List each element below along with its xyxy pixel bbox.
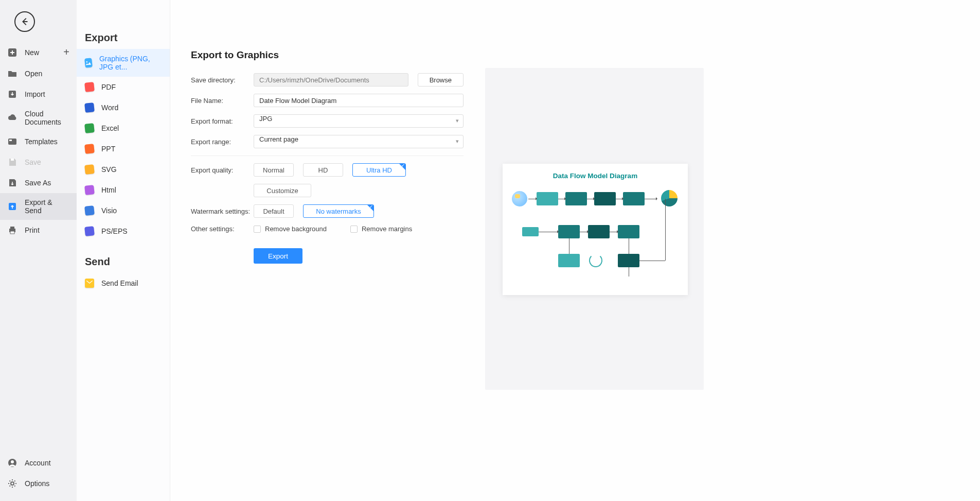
print-icon [7,225,17,235]
diagram-node [618,225,639,238]
rail-label: Export & Send [25,198,69,215]
rail-item-options[interactable]: Options [0,473,77,494]
rail-item-account[interactable]: Account [0,453,77,473]
preview-diagram [512,187,679,285]
svg-rect-15 [9,140,12,141]
back-button[interactable] [14,11,35,32]
remove-background-checkbox[interactable]: Remove background [254,225,327,233]
format-label: Word [101,103,118,112]
rail-items: New + Open Import Cloud Documents Templa… [0,41,77,453]
row-file-name: File Name: [191,94,464,107]
format-item-word[interactable]: Word [77,97,170,118]
export-format-column: Export Graphics (PNG, JPG et... PDF Word… [77,0,170,501]
html-icon [84,185,95,195]
rail-label: Save As [25,179,51,187]
rail-item-new[interactable]: New + [0,41,77,63]
svg-rect-19 [10,227,14,229]
plus-square-icon [7,47,17,58]
label-quality: Export quality: [191,166,254,174]
export-button[interactable]: Export [254,248,302,264]
format-item-pdf[interactable]: PDF [77,77,170,97]
watermark-default[interactable]: Default [254,204,294,218]
rail-label: Save [25,158,41,166]
rail-label: Open [25,70,42,78]
email-icon [85,279,94,288]
form-divider [191,156,464,156]
send-label: Send Email [101,279,138,287]
folder-icon [7,68,17,79]
remove-margins-checkbox[interactable]: Remove margins [350,225,412,233]
pdf-icon [84,82,95,92]
svg-icon [84,164,95,175]
format-select[interactable]: JPG [254,114,464,128]
preview-title: Data Flow Model Diagram [512,172,679,180]
svg-rect-24 [85,60,92,66]
format-item-visio[interactable]: Visio [77,200,170,221]
form-title: Export to Graphics [191,49,464,61]
ppt-icon [84,144,95,154]
quality-hd[interactable]: HD [303,163,343,177]
format-item-ps[interactable]: PS/EPS [77,221,170,241]
send-heading: Send [77,256,170,273]
rail-item-saveas[interactable]: Save As [0,172,77,193]
format-label: PDF [101,83,116,91]
rail-item-import[interactable]: Import [0,84,77,105]
account-icon [7,458,17,468]
cloud-icon [7,113,17,123]
label-format: Export format: [191,117,254,125]
watermark-none[interactable]: No watermarks [303,204,374,218]
save-directory-input[interactable] [254,73,408,87]
diagram-node [565,192,587,205]
rail-item-save: Save [0,152,77,172]
excel-icon [84,123,95,133]
diagram-node [522,227,539,236]
row-customize: Customize [191,184,464,197]
rail-item-cloud[interactable]: Cloud Documents [0,105,77,131]
label-other: Other settings: [191,225,254,233]
rail-bottom: Account Options [0,453,77,501]
format-label: PPT [101,145,115,153]
row-format: Export format: JPG [191,114,464,128]
visio-icon [84,205,95,216]
format-item-ppt[interactable]: PPT [77,139,170,159]
file-name-input[interactable] [254,94,464,107]
rail-item-export[interactable]: Export & Send [0,193,77,220]
rail-label: Import [25,90,45,98]
quality-normal[interactable]: Normal [254,163,294,177]
svg-point-23 [11,482,14,485]
format-item-html[interactable]: Html [77,180,170,200]
format-list: Graphics (PNG, JPG et... PDF Word Excel … [77,49,170,241]
pie-chart-icon [661,190,678,206]
word-icon [84,102,95,113]
format-item-svg[interactable]: SVG [77,159,170,180]
quality-customize[interactable]: Customize [254,184,311,197]
diagram-node [558,225,580,238]
browse-button[interactable]: Browse [418,73,464,87]
label-watermark: Watermark settings: [191,208,254,215]
ps-icon [84,226,95,236]
send-item-email[interactable]: Send Email [77,273,170,293]
row-export-btn: Export [191,248,464,264]
gear-icon [7,478,17,489]
format-item-excel[interactable]: Excel [77,118,170,139]
export-icon [7,201,17,212]
checkbox-icon [350,226,358,233]
saveas-icon [7,178,17,188]
export-heading: Export [77,32,170,49]
quality-ultra-hd[interactable]: Ultra HD [352,163,406,177]
main-content: Export to Graphics Save directory: Brows… [170,0,980,501]
left-rail: New + Open Import Cloud Documents Templa… [0,0,77,501]
rail-label: New [25,48,39,57]
diagram-node [537,192,558,205]
import-icon [7,89,17,99]
range-select[interactable]: Current page [254,135,464,148]
rail-item-open[interactable]: Open [0,63,77,84]
rail-item-templates[interactable]: Templates [0,131,77,152]
label-range: Export range: [191,138,254,146]
new-plus-icon[interactable]: + [63,46,69,58]
svg-point-25 [86,61,88,62]
svg-point-22 [11,460,14,463]
rail-item-print[interactable]: Print [0,220,77,240]
format-item-graphics[interactable]: Graphics (PNG, JPG et... [77,49,170,77]
rail-label: Account [25,459,51,467]
